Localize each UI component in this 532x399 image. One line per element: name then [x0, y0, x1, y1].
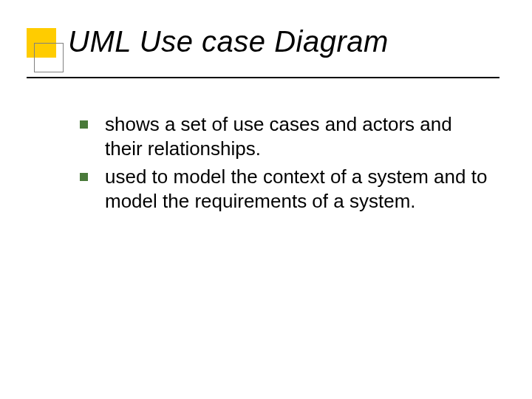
list-item: used to model the context of a system an… — [80, 165, 488, 213]
title-underline — [27, 77, 499, 78]
bullet-square-icon — [80, 173, 88, 181]
grey-outline-square-icon — [34, 43, 64, 72]
slide-body: shows a set of use cases and actors and … — [80, 112, 488, 217]
bullet-text: shows a set of use cases and actors and … — [105, 113, 452, 160]
slide: UML Use case Diagram shows a set of use … — [0, 0, 532, 399]
title-decoration — [27, 28, 56, 78]
slide-title: UML Use case Diagram — [68, 25, 389, 58]
bullet-text: used to model the context of a system an… — [105, 166, 487, 212]
bullet-square-icon — [80, 120, 88, 129]
list-item: shows a set of use cases and actors and … — [80, 112, 488, 160]
